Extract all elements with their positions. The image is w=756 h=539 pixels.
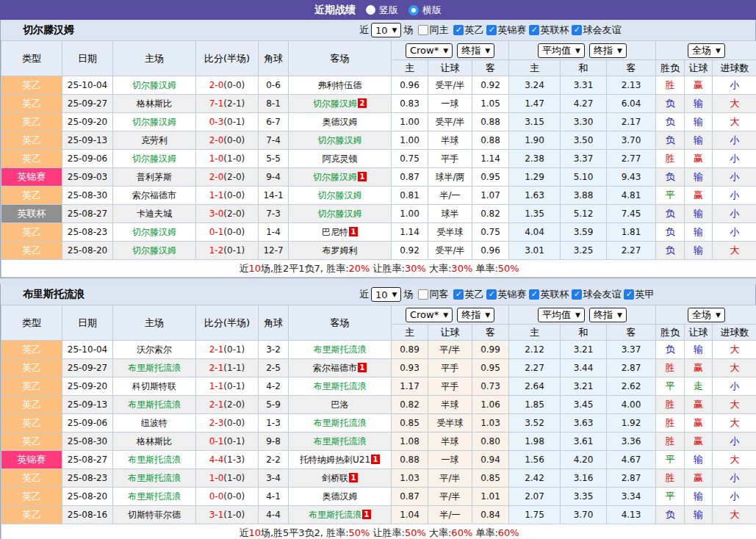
team-name-link[interactable]: 弗利特伍德 [318,80,362,90]
team-name-link[interactable]: 普利茅斯 [137,172,172,182]
team-name-link[interactable]: 索尔福德市 [313,363,357,373]
table-row: 英乙25-09-20切尔滕汉姆0-3(0-1)6-7奥德汉姆1.00受平/半0.… [1,113,756,131]
league-filter[interactable]: ✓英乙 [453,23,483,37]
team-name-link[interactable]: 克劳利 [141,135,168,145]
team-name-link[interactable]: 布里斯托流浪 [128,363,181,373]
league-filter[interactable]: ✓英甲 [624,288,654,301]
team-name-link[interactable]: 切尔滕汉姆 [132,227,176,237]
same-venue-filter[interactable]: 同客 [418,288,448,301]
team-name-link[interactable]: 格林斯比 [137,98,172,109]
team-name-link[interactable]: 布里斯托流浪 [128,491,181,502]
team-name-link[interactable]: 卡迪夫城 [137,209,172,219]
team-name-link[interactable]: 巴尼特 [322,227,348,237]
league-filter[interactable]: ✓英联杯 [529,23,569,37]
handicap-cell: 半/一 [428,187,472,205]
scope-select[interactable]: 全场▼ [688,308,725,322]
match-count-select[interactable]: 10 ▼ [371,287,401,302]
scope-select[interactable]: 全场▼ [688,43,725,58]
team-name-link[interactable]: 科切斯特联 [132,381,176,391]
team-name-link[interactable]: 剑桥联 [322,473,348,483]
team-name-link[interactable]: 索尔福德市 [132,190,176,200]
fulltime-score: 1-2 [209,245,224,256]
team-name-link[interactable]: 切尔滕汉姆 [318,209,362,219]
team-name-link[interactable]: 布里斯托流浪 [309,510,361,520]
league-filter[interactable]: ✓英锦赛 [486,288,526,301]
home-team-cell: 布里斯托流浪 [113,488,196,506]
crow-away-odds-cell: 0.95 [472,168,509,187]
checkbox-checked-icon: ✓ [486,289,497,300]
team-name-link[interactable]: 布里斯托流浪 [314,418,367,428]
team-name-link[interactable]: 切尔滕汉姆 [313,172,357,182]
league-type-cell: 英乙 [1,187,62,205]
halftime-score: (0-1) [223,381,245,391]
average-select[interactable]: 平均值▼ [538,308,585,322]
handicap-cell: 球半 [428,205,472,223]
match-count-select[interactable]: 10 ▼ [371,23,401,37]
league-filter[interactable]: ✓球会友谊 [572,23,621,37]
team-name-link[interactable]: 布罗姆利 [323,245,358,256]
odds-stage-select[interactable]: 终指▼ [457,43,494,58]
layout-radio-vertical[interactable]: 竖版 [366,4,398,17]
same-venue-filter[interactable]: 同主 [418,23,448,37]
checkbox-checked-icon: ✓ [572,289,582,300]
team-name-link[interactable]: 切尔滕汉姆 [318,190,362,200]
bookmaker-select[interactable]: Crow*▼ [406,43,453,58]
team-name-link[interactable]: 阿克灵顿 [323,153,358,164]
team-name-link[interactable]: 沃尔索尔 [137,344,172,355]
avg-stage-select[interactable]: 终指▼ [589,308,627,322]
fulltime-score: 1-1 [209,190,224,200]
avg-home-cell: 1.90 [509,131,561,150]
league-filter[interactable]: ✓英乙 [453,288,483,301]
odds-stage-select[interactable]: 终指▼ [457,308,494,322]
team-name-link[interactable]: 纽波特 [141,418,168,428]
avg-away-cell: 3.34 [607,488,656,506]
corner-cell: 12-7 [259,242,289,260]
average-select[interactable]: 平均值▼ [538,43,585,58]
handicap-result-cell: 赢 [685,359,713,377]
avg-away-cell: 4.13 [607,506,656,524]
filter-row: 布里斯托流浪 近 10 ▼ 场 同客 ✓英乙✓英锦赛✓英联杯✓球会友谊✓英甲 [1,284,755,305]
team-name-link[interactable]: 奥德汉姆 [323,117,358,127]
league-filter[interactable]: ✓英锦赛 [486,23,526,37]
summary-segment: 10 [248,527,261,538]
team-name-link[interactable]: 巴洛 [331,399,349,410]
layout-radio-horizontal[interactable]: 横版 [408,4,442,17]
avg-draw-cell: 3.21 [561,341,607,359]
team-name-link[interactable]: 切尔滕汉姆 [132,117,176,127]
sub-header-avg-away: 客 [607,60,656,76]
winloss-result-cell: 负 [656,131,685,150]
fulltime-score: 4-4 [209,455,224,465]
col-header-date: 日期 [62,305,113,341]
same-venue-label: 同客 [429,288,448,301]
summary-segment: 60% [498,527,519,538]
avg-stage-select[interactable]: 终指▼ [589,43,627,58]
bookmaker-select[interactable]: Crow*▼ [406,308,453,322]
halftime-score: (2-1) [223,98,245,109]
team-name-link[interactable]: 布里斯托流浪 [128,473,181,483]
team-name-link[interactable]: 托特纳姆热刺U21 [300,455,370,465]
team-name-link[interactable]: 奥德汉姆 [323,491,358,502]
col-header-away: 客场 [289,305,392,341]
corner-cell: 5-5 [259,150,289,168]
team-name-link[interactable]: 切斯特菲尔德 [128,510,181,520]
team-name-link[interactable]: 布里斯托流浪 [128,399,181,410]
team-name-link[interactable]: 切尔滕汉姆 [313,98,357,109]
team-name-link[interactable]: 切尔滕汉姆 [132,153,176,164]
date-cell: 25-08-30 [62,433,113,451]
avg-home-cell: 3.01 [509,242,561,260]
league-filter[interactable]: ✓英联杯 [529,288,569,301]
winloss-result-cell: 平 [656,187,685,205]
league-filter[interactable]: ✓球会友谊 [572,288,621,301]
sub-header-winloss: 胜负 [656,60,685,76]
team-name-link[interactable]: 格林斯比 [137,436,172,446]
team-name-link[interactable]: 切尔滕汉姆 [132,80,176,90]
team-name-link[interactable]: 切尔滕汉姆 [318,135,362,145]
team-name-link[interactable]: 布里斯托流浪 [314,344,367,355]
team-name-link[interactable]: 布里斯托流浪 [314,381,367,391]
date-cell: 25-08-23 [62,469,113,488]
filter-group: 近 10 ▼ 场 同主 ✓英乙✓英锦赛✓英联杯✓球会友谊 [359,23,621,37]
team-name-link[interactable]: 布里斯托流浪 [128,455,181,465]
home-team-cell: 纽波特 [113,414,196,433]
team-name-link[interactable]: 切尔滕汉姆 [132,245,176,256]
team-name-link[interactable]: 布里斯托流浪 [314,436,367,446]
